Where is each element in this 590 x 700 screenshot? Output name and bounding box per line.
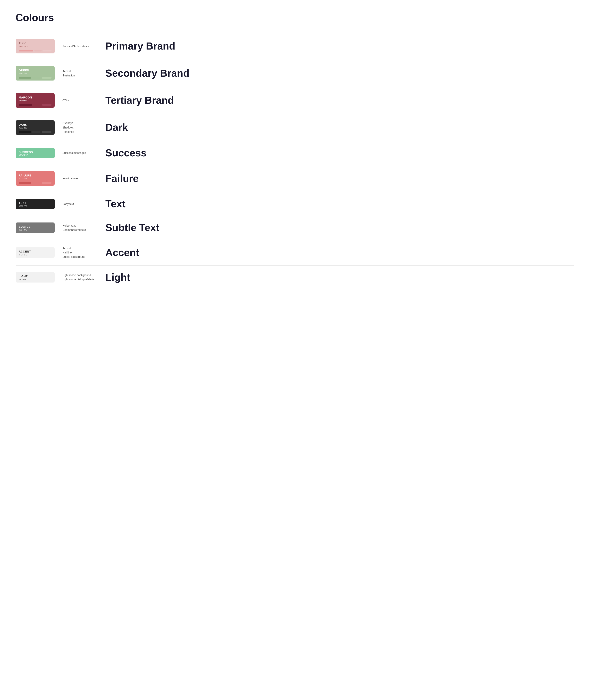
swatch-hex-light: #F1F1F1 [19, 278, 52, 280]
swatch-bar-maroon-0 [19, 104, 32, 106]
swatch-label-accent: ACCENT [19, 250, 52, 253]
swatch-bars-maroon [19, 104, 52, 106]
color-row-maroon: MAROON#8D3144CTA'sTertiary Brand [16, 87, 574, 114]
swatch-bar-dark-2 [42, 131, 52, 133]
swatch-bar-green-1 [32, 77, 41, 79]
usage-text-light: Light mode background Light mode dialogu… [63, 273, 98, 282]
swatch-col-accent: ACCENT#F2F2F2 [16, 247, 55, 258]
swatch-label-success: SUCCESS [19, 150, 52, 154]
swatch-card-light: LIGHT#F1F1F1 [16, 272, 55, 282]
swatch-col-dark: DARK#232222 [16, 120, 55, 135]
display-name-green: Secondary Brand [105, 68, 574, 79]
usage-text-maroon: CTA's [63, 98, 98, 103]
usage-col-failure: Invalid states [63, 176, 98, 181]
usage-text-failure: Invalid states [63, 176, 98, 181]
name-col-failure: Failure [105, 173, 574, 184]
swatch-col-light: LIGHT#F1F1F1 [16, 272, 55, 282]
display-name-dark: Dark [105, 122, 574, 133]
usage-text-pink: Focused/Active states [63, 44, 98, 48]
swatch-col-maroon: MAROON#8D3144 [16, 93, 55, 108]
swatch-col-success: SUCCESS#79CA9E [16, 148, 55, 158]
swatch-bar-maroon-1 [33, 104, 41, 106]
color-row-failure: FAILURE#E37979Invalid statesFailure [16, 165, 574, 192]
usage-col-green: Accent Illustration [63, 69, 98, 78]
name-col-light: Light [105, 272, 574, 283]
swatch-hex-green: #A6C39C [19, 72, 52, 75]
swatch-card-accent: ACCENT#F2F2F2 [16, 247, 55, 258]
swatch-bar-failure-2 [42, 182, 52, 184]
color-row-accent: ACCENT#F2F2F2Accent Hairline Subtle back… [16, 240, 574, 265]
usage-text-accent: Accent Hairline Subtle background [63, 246, 98, 259]
swatch-hex-failure: #E37979 [19, 178, 52, 180]
swatch-bar-pink-0 [19, 50, 33, 51]
display-name-accent: Accent [105, 247, 574, 258]
color-row-subtle: SUBTLE#797979Helper text Deemphasized te… [16, 216, 574, 240]
usage-col-accent: Accent Hairline Subtle background [63, 246, 98, 259]
swatch-label-failure: FAILURE [19, 174, 52, 177]
name-col-subtle: Subtle Text [105, 222, 574, 233]
usage-text-text: Body text [63, 202, 98, 206]
usage-col-subtle: Helper text Deemphasized text [63, 223, 98, 232]
swatch-bar-dark-1 [32, 131, 40, 133]
color-row-text: TEXT#232222Body textText [16, 192, 574, 216]
swatch-hex-text: #232222 [19, 205, 52, 207]
swatch-hex-pink: #E8C4C3 [19, 45, 52, 47]
swatch-card-subtle: SUBTLE#797979 [16, 223, 55, 233]
usage-text-subtle: Helper text Deemphasized text [63, 223, 98, 232]
usage-text-green: Accent Illustration [63, 69, 98, 78]
usage-col-maroon: CTA's [63, 98, 98, 103]
swatch-card-text: TEXT#232222 [16, 199, 55, 209]
display-name-failure: Failure [105, 173, 574, 184]
usage-col-dark: Overlays Shadows Headings [63, 121, 98, 134]
page-title: Colours [16, 12, 574, 23]
name-col-success: Success [105, 147, 574, 158]
swatch-col-failure: FAILURE#E37979 [16, 171, 55, 186]
color-row-success: SUCCESS#79CA9ESuccess messagesSuccess [16, 141, 574, 165]
swatch-bar-green-0 [19, 77, 31, 79]
swatch-bar-failure-1 [32, 182, 40, 184]
usage-col-pink: Focused/Active states [63, 44, 98, 48]
display-name-text: Text [105, 198, 574, 209]
swatch-hex-accent: #F2F2F2 [19, 253, 52, 256]
color-row-pink: PINK#E8C4C3Focused/Active statesPrimary … [16, 33, 574, 60]
swatch-hex-dark: #232222 [19, 127, 52, 129]
swatch-col-subtle: SUBTLE#797979 [16, 223, 55, 233]
swatch-label-green: GREEN [19, 69, 52, 72]
name-col-dark: Dark [105, 122, 574, 133]
name-col-green: Secondary Brand [105, 68, 574, 79]
swatch-card-pink: PINK#E8C4C3 [16, 39, 55, 53]
color-row-light: LIGHT#F1F1F1Light mode background Light … [16, 265, 574, 289]
swatch-label-subtle: SUBTLE [19, 225, 52, 228]
swatch-card-maroon: MAROON#8D3144 [16, 93, 55, 108]
name-col-accent: Accent [105, 247, 574, 258]
swatch-label-text: TEXT [19, 202, 52, 205]
swatch-label-pink: PINK [19, 42, 52, 45]
swatch-bar-dark-0 [19, 131, 31, 133]
swatch-col-pink: PINK#E8C4C3 [16, 39, 55, 53]
swatch-bar-maroon-2 [42, 104, 52, 106]
swatch-bar-pink-2 [43, 50, 52, 51]
swatch-label-maroon: MAROON [19, 96, 52, 99]
swatch-hex-subtle: #797979 [19, 229, 52, 231]
name-col-pink: Primary Brand [105, 40, 574, 52]
swatch-bar-pink-1 [34, 50, 41, 51]
usage-col-text: Body text [63, 202, 98, 206]
usage-col-success: Success messages [63, 151, 98, 155]
color-list: PINK#E8C4C3Focused/Active statesPrimary … [16, 33, 574, 289]
swatch-label-light: LIGHT [19, 275, 52, 278]
swatch-card-green: GREEN#A6C39C [16, 66, 55, 81]
display-name-pink: Primary Brand [105, 40, 574, 52]
swatch-label-dark: DARK [19, 123, 52, 126]
name-col-maroon: Tertiary Brand [105, 95, 574, 106]
swatch-bars-dark [19, 131, 52, 133]
usage-text-success: Success messages [63, 151, 98, 155]
swatch-bars-green [19, 77, 52, 79]
swatch-bars-failure [19, 182, 52, 184]
swatch-card-success: SUCCESS#79CA9E [16, 148, 55, 158]
swatch-hex-success: #79CA9E [19, 154, 52, 156]
swatch-col-green: GREEN#A6C39C [16, 66, 55, 81]
name-col-text: Text [105, 198, 574, 209]
swatch-col-text: TEXT#232222 [16, 199, 55, 209]
display-name-light: Light [105, 272, 574, 283]
color-row-green: GREEN#A6C39CAccent IllustrationSecondary… [16, 60, 574, 87]
